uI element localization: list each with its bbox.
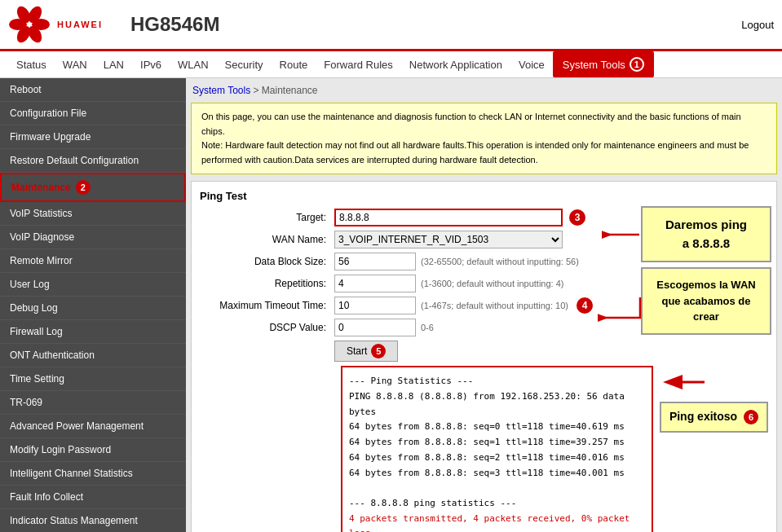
ping-line6: 64 bytes from 8.8.8.8: seq=3 ttl=118 tim… (349, 466, 645, 481)
block-input[interactable] (334, 253, 416, 270)
ping-result-box: --- Ping Statistics --- PING 8.8.8.8 (8.… (341, 366, 653, 532)
nav-bar: Status WAN LAN IPv6 WLAN Security Route … (0, 51, 782, 78)
content-area: System Tools > Maintenance On this page,… (186, 78, 782, 532)
sidebar-item-maintenance[interactable]: Maintenance 2 (0, 173, 186, 202)
timeout-hint: (1-467s; default without inputting: 10) (421, 301, 568, 310)
sidebar-item-remote-mirror[interactable]: Remote Mirror (0, 249, 186, 273)
sidebar-item-config-file[interactable]: Configuration File (0, 102, 186, 125)
sidebar-item-ont-auth[interactable]: ONT Authentication (0, 344, 186, 367)
sidebar-item-firmware[interactable]: Firmware Upgrade (0, 125, 186, 149)
sidebar-item-fault-info[interactable]: Fault Info Collect (0, 486, 186, 509)
arrow-to-wan-icon (598, 293, 643, 326)
model-name: HG8546M (130, 13, 733, 36)
sidebar-item-debug-log[interactable]: Debug Log (0, 297, 186, 320)
rep-input[interactable] (334, 275, 416, 292)
badge-5: 5 (371, 344, 386, 358)
wan-label: WAN Name: (200, 234, 334, 245)
badge-1: 1 (630, 57, 644, 72)
sidebar-item-channel-stats[interactable]: Intelligent Channel Statistics (0, 462, 186, 486)
ping-success-callout: Ping exitoso 6 (660, 402, 768, 433)
sidebar-item-reboot[interactable]: Reboot (0, 78, 186, 102)
sidebar: Reboot Configuration File Firmware Upgra… (0, 78, 186, 532)
nav-item-wlan[interactable]: WLAN (170, 53, 217, 77)
block-label: Data Block Size: (200, 256, 334, 267)
nav-item-voice[interactable]: Voice (510, 53, 553, 77)
sidebar-item-restore[interactable]: Restore Default Configuration (0, 149, 186, 173)
ping-line7 (349, 481, 645, 496)
rep-label: Repetitions: (200, 278, 334, 289)
ping-line2: PING 8.8.8.8 (8.8.8.8) from 192.168.253.… (349, 389, 645, 420)
start-row: Start 5 (200, 341, 768, 362)
ping-line5: 64 bytes from 8.8.8.8: seq=2 ttl=118 tim… (349, 451, 645, 466)
ping-result-area: --- Ping Statistics --- PING 8.8.8.8 (8.… (200, 366, 768, 532)
ping-line4: 64 bytes from 8.8.8.8: seq=1 ttl=118 tim… (349, 435, 645, 451)
logout-button[interactable]: Logout (741, 19, 774, 31)
header: HUAWEI HG8546M Logout (0, 0, 782, 51)
callout-wan-select: Escogemos la WAN que acabamos de crear (641, 267, 771, 335)
start-button[interactable]: Start 5 (334, 341, 398, 362)
ping-line9: 4 packets transmitted, 4 packets receive… (349, 512, 645, 532)
nav-item-ipv6[interactable]: IPv6 (132, 53, 170, 77)
dscp-hint: 0-6 (421, 323, 434, 332)
target-input[interactable] (334, 209, 563, 226)
rep-hint: (1-3600; default without inputting: 4) (421, 279, 564, 288)
dscp-label: DSCP Value: (200, 322, 334, 333)
sidebar-item-time[interactable]: Time Setting (0, 367, 186, 391)
sidebar-item-login-pwd[interactable]: Modify Login Password (0, 438, 186, 462)
nav-item-security[interactable]: Security (217, 53, 272, 77)
huawei-logo-icon (8, 3, 51, 46)
badge-2: 2 (76, 180, 91, 195)
ping-line1: --- Ping Statistics --- (349, 374, 645, 389)
brand-name: HUAWEI (57, 20, 103, 29)
ping-line8: --- 8.8.8.8 ping statistics --- (349, 496, 645, 512)
sidebar-item-indicator[interactable]: Indicator Status Management (0, 509, 186, 532)
nav-item-status[interactable]: Status (8, 53, 55, 77)
arrow-to-target-icon (602, 226, 641, 243)
badge-4: 4 (577, 297, 593, 314)
target-label: Target: (200, 212, 334, 223)
sidebar-item-firewall-log[interactable]: Firewall Log (0, 320, 186, 344)
block-hint: (32-65500; default without inputting: 56… (421, 257, 579, 266)
info-box: On this page, you can use the maintenanc… (191, 103, 777, 174)
wan-select[interactable]: 3_VOIP_INTERNET_R_VID_1503 (334, 231, 563, 248)
nav-item-system-tools[interactable]: System Tools 1 (553, 51, 654, 77)
timeout-label: Maximum Timeout Time: (200, 300, 334, 311)
nav-item-network[interactable]: Network Application (401, 53, 510, 77)
red-arrow-6-icon (660, 366, 709, 398)
breadcrumb-current: Maintenance (262, 85, 318, 96)
breadcrumb: System Tools > Maintenance (191, 83, 777, 98)
sidebar-item-tr069[interactable]: TR-069 (0, 391, 186, 415)
sidebar-item-apm[interactable]: Advanced Power Management (0, 415, 186, 438)
nav-item-forward[interactable]: Forward Rules (316, 53, 401, 77)
breadcrumb-parent[interactable]: System Tools (192, 85, 250, 96)
nav-item-lan[interactable]: LAN (95, 53, 132, 77)
sidebar-item-voip-stats[interactable]: VoIP Statistics (0, 202, 186, 226)
badge-6: 6 (744, 410, 758, 424)
sidebar-item-voip-diag[interactable]: VoIP Diagnose (0, 226, 186, 249)
ping-test-title: Ping Test (200, 190, 768, 202)
ping-test-section: Ping Test Target: 3 WAN Name: 3_VOIP_INT… (191, 181, 777, 532)
badge-3: 3 (569, 209, 585, 226)
logo-area: HUAWEI (8, 3, 122, 46)
info-note-text: Note: Hardware fault detection may not f… (201, 138, 767, 167)
dscp-input[interactable] (334, 319, 416, 336)
ping-line3: 64 bytes from 8.8.8.8: seq=0 ttl=118 tim… (349, 420, 645, 435)
svg-point-5 (9, 19, 27, 30)
callout-ping-target: Daremos ping a 8.8.8.8 (641, 206, 771, 262)
timeout-input[interactable] (334, 297, 416, 314)
info-main-text: On this page, you can use the maintenanc… (201, 110, 767, 138)
sidebar-item-user-log[interactable]: User Log (0, 273, 186, 297)
nav-item-wan[interactable]: WAN (55, 53, 95, 77)
nav-item-route[interactable]: Route (272, 53, 316, 77)
